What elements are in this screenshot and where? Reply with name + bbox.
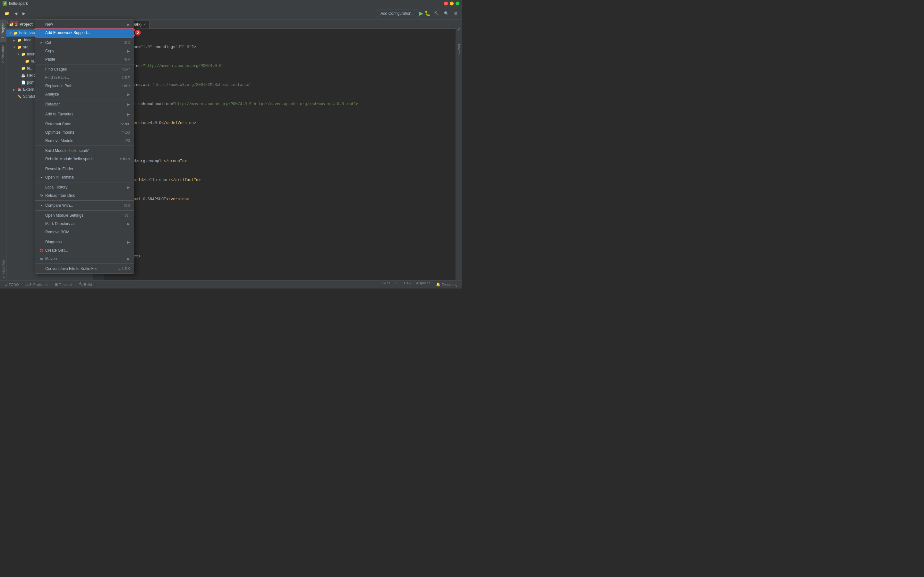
menu-item-convert-kotlin[interactable]: Convert Java File to Kotlin File ⌥⇧⌘K [35, 264, 134, 273]
build-button[interactable]: 🔨 [432, 10, 441, 17]
menu-label-add-framework: Add Framework Support... [45, 31, 130, 35]
menu-item-compare-with[interactable]: ▪ Compare With... ⌘D [35, 201, 134, 210]
tree-label-main: main [27, 52, 35, 56]
menu-label-maven: Maven [45, 256, 126, 261]
menu-item-optimize-imports[interactable]: Optimize Imports ^⌥O [35, 128, 134, 137]
debug-button[interactable]: 🐛 [425, 10, 431, 16]
tree-label-te: te... [27, 66, 33, 71]
menu-label-reload-disk: Reload from Disk [45, 193, 130, 198]
cut-shortcut: ⌘X [124, 41, 130, 45]
main-toolbar: 📁 ◀ ▶ Add Configuration... ▶ 🐛 🔨 🔍 ⚙ [0, 7, 462, 20]
tab-close-button[interactable]: ✕ [144, 23, 146, 26]
menu-item-find-usages[interactable]: Find Usages ⌥F7 [35, 65, 134, 73]
separator-8 [35, 182, 134, 182]
menu-item-build-module[interactable]: Build Module 'hello-spark' [35, 147, 134, 155]
refactor-arrow: ▶ [128, 103, 130, 106]
code-content[interactable]: <?xml version="1.0" encoding="UTF-8"?> <… [104, 29, 456, 280]
add-configuration-button[interactable]: Add Configuration... [377, 10, 418, 17]
tree-arrow-external: ▶ [13, 88, 17, 91]
menu-item-find-in-path[interactable]: Find in Path... ⇧⌘F [35, 73, 134, 82]
menu-item-copy[interactable]: Copy ▶ [35, 47, 134, 55]
separator-11 [35, 237, 134, 237]
problems-button[interactable]: ⚠ 6: Problems [23, 281, 50, 288]
search-everywhere-button[interactable]: 🔍 [442, 10, 451, 17]
todo-icon: ☑ [5, 282, 8, 287]
analyze-arrow: ▶ [128, 93, 130, 96]
menu-item-open-terminal[interactable]: ▪ Open in Terminal [35, 173, 134, 181]
cursor-position: 12:11 [382, 281, 391, 288]
replace-shortcut: ⇧⌘R [121, 84, 130, 88]
menu-label-create-gist: Create Gist... [45, 248, 130, 253]
menu-item-remove-bom[interactable]: Remove BOM [35, 228, 134, 236]
tree-arrow-idea: ▶ [13, 39, 17, 42]
build-status-button[interactable]: 🔨 Build [77, 281, 94, 288]
forward-icon: ▶ [23, 11, 25, 16]
tree-arrow-src: ▼ [13, 45, 17, 49]
todo-button[interactable]: ☑ TODO [3, 281, 21, 288]
settings-button[interactable]: ⚙ [452, 10, 459, 17]
menu-item-new[interactable]: New ▶ [35, 20, 134, 29]
tree-icon-pom: 📄 [21, 81, 26, 85]
run-button[interactable]: ▶ [419, 10, 423, 16]
cut-icon: ✂ [39, 41, 44, 45]
menu-label-mark-directory: Mark Directory as [45, 221, 126, 226]
tree-icon-m: 📁 [25, 59, 29, 63]
favorites-label: 2: Favorites [1, 258, 6, 280]
minimize-button[interactable] [450, 2, 454, 5]
navigate-forward-button[interactable]: ▶ [21, 10, 27, 17]
tree-icon-idea: 📁 [17, 38, 22, 42]
rebuild-shortcut: ⇧⌘F9 [120, 157, 130, 161]
menu-item-replace-in-path[interactable]: Replace in Path... ⇧⌘R [35, 82, 134, 90]
terminal-icon-status: ▣ [55, 282, 58, 287]
code-editor[interactable]: 1 2 3 4 5 6 7 8 9 10 11 12 <?xml version… [93, 29, 456, 280]
menu-item-maven[interactable]: m Maven ▶ [35, 255, 134, 263]
separator-7 [35, 164, 134, 164]
panel-title: 1: Project [15, 22, 33, 27]
navigate-back-button[interactable]: ◀ [13, 10, 19, 17]
menu-item-rebuild-module[interactable]: Rebuild Module 'hello-spark' ⇧⌘F9 [35, 155, 134, 163]
maven-arrow: ▶ [128, 257, 130, 261]
menu-item-add-framework[interactable]: Add Framework Support... 2 [35, 29, 134, 37]
menu-item-refactor[interactable]: Refactor ▶ [35, 100, 134, 108]
menu-item-analyze[interactable]: Analyze ▶ [35, 90, 134, 98]
diagrams-arrow: ▶ [128, 240, 130, 244]
menu-item-reveal-finder[interactable]: Reveal in Finder [35, 165, 134, 173]
maximize-button[interactable] [456, 2, 459, 5]
menu-label-remove-module: Remove Module [45, 139, 125, 143]
menu-item-add-favorites[interactable]: Add to Favorites ▶ [35, 110, 134, 118]
separator-6 [35, 145, 134, 146]
menu-item-local-history[interactable]: Local History ▶ [35, 183, 134, 191]
close-button[interactable] [444, 2, 448, 5]
code-line-12: </project> [108, 253, 452, 260]
favorites-side-panel[interactable]: 2: Favorites [0, 258, 6, 280]
problems-icon: ⚠ [25, 282, 29, 287]
separator-10 [35, 210, 134, 211]
terminal-button[interactable]: ▣ Terminal [53, 281, 74, 288]
bottom-bar: ☑ TODO ⚠ 6: Problems ▣ Terminal 🔨 Build … [0, 280, 462, 288]
project-view-button[interactable]: 📁 [3, 10, 11, 17]
project-panel-tab[interactable]: 1: Project [0, 20, 6, 41]
code-line-1: <?xml version="1.0" encoding="UTF-8"?> [108, 44, 452, 51]
menu-item-mark-directory[interactable]: Mark Directory as ▶ [35, 219, 134, 228]
event-log-button[interactable]: 🔔 Event Log [434, 281, 459, 288]
menu-item-create-gist[interactable]: ⭕ Create Gist... [35, 246, 134, 255]
menu-item-reload-disk[interactable]: ↻ Reload from Disk [35, 191, 134, 200]
menu-label-reveal-finder: Reveal in Finder [45, 167, 130, 171]
context-menu: New ▶ Add Framework Support... 2 ✂ Cut ⌘… [35, 19, 134, 274]
remove-module-shortcut: ⌫ [125, 139, 130, 143]
menu-item-diagrams[interactable]: Diagrams ▶ [35, 238, 134, 246]
tree-icon-external: 📚 [17, 87, 22, 92]
menu-label-reformat: Reformat Code [45, 122, 120, 126]
menu-item-remove-module[interactable]: Remove Module ⌫ [35, 137, 134, 145]
maven-panel-tab[interactable]: Maven [457, 41, 462, 57]
app-icon: ⚡ [3, 1, 7, 6]
menu-item-cut[interactable]: ✂ Cut ⌘X [35, 39, 134, 47]
tree-icon-scratches: ✏️ [17, 95, 22, 99]
status-right: 12:11 LF UTF-8 4 spaces 🔔 Event Log [382, 281, 459, 288]
menu-item-paste[interactable]: Paste ⌘V [35, 55, 134, 63]
find-path-shortcut: ⇧⌘F [121, 76, 130, 80]
build-icon-status: 🔨 [79, 282, 83, 287]
menu-item-reformat[interactable]: Reformat Code ⌥⌘L [35, 120, 134, 128]
menu-item-module-settings[interactable]: Open Module Settings ⌘↓ [35, 211, 134, 219]
structure-panel-tab[interactable]: 2: Structure [0, 41, 6, 66]
